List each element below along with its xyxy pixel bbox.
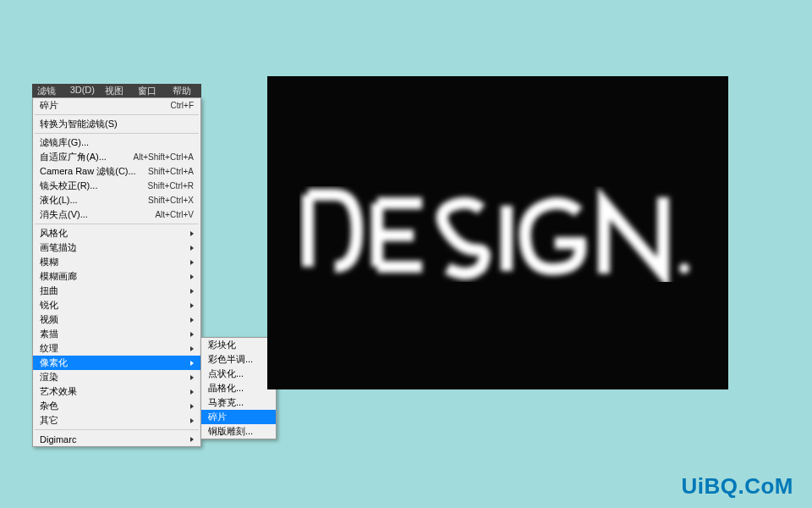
menu-shortcut: Shift+Ctrl+X xyxy=(148,196,194,205)
menu-camera-raw-filter[interactable]: Camera Raw 滤镜(C)... Shift+Ctrl+A xyxy=(33,164,200,179)
submenu-mezzotint[interactable]: 铜版雕刻... xyxy=(201,424,276,439)
menu-adaptive-wide-angle[interactable]: 自适应广角(A)... Alt+Shift+Ctrl+A xyxy=(33,150,200,164)
menu-shortcut: Ctrl+F xyxy=(171,101,195,110)
menu-window[interactable]: 窗口(W) xyxy=(133,84,167,97)
chevron-right-icon xyxy=(190,375,194,380)
submenu-crystallize[interactable]: 晶格化... xyxy=(201,381,276,395)
menu-shortcut: Shift+Ctrl+A xyxy=(148,167,194,176)
watermark-text: UiBQ.CoM xyxy=(681,473,793,500)
menu-help[interactable]: 帮助(H) xyxy=(167,84,201,97)
svg-point-0 xyxy=(679,263,689,273)
menu-label: 渲染 xyxy=(40,371,190,384)
menu-sketch[interactable]: 素描 xyxy=(33,327,200,341)
menu-shortcut: Shift+Ctrl+R xyxy=(148,181,194,190)
menu-convert-smart-filters[interactable]: 转换为智能滤镜(S) xyxy=(33,117,200,131)
menu-vanishing-point[interactable]: 消失点(V)... Alt+Ctrl+V xyxy=(33,207,200,222)
chevron-right-icon xyxy=(190,231,194,236)
menu-label: 碎片 xyxy=(208,411,269,423)
separator xyxy=(35,133,199,134)
separator xyxy=(35,224,199,224)
menu-distort[interactable]: 扭曲 xyxy=(33,284,200,298)
menu-shortcut: Alt+Shift+Ctrl+A xyxy=(134,152,194,162)
submenu-fragment[interactable]: 碎片 xyxy=(201,410,276,424)
menu-last-filter[interactable]: 碎片 Ctrl+F xyxy=(33,98,200,113)
chevron-right-icon xyxy=(190,289,194,294)
menu-noise[interactable]: 杂色 xyxy=(33,399,200,413)
menu-label: 碎片 xyxy=(40,99,171,112)
menu-label: 液化(L)... xyxy=(40,194,148,207)
chevron-right-icon xyxy=(190,361,194,366)
separator xyxy=(35,114,199,115)
design-text-graphic xyxy=(299,165,697,301)
menu-filter[interactable]: 滤镜(T) xyxy=(32,84,65,97)
menu-brush-strokes[interactable]: 画笔描边 xyxy=(33,240,200,255)
chevron-right-icon xyxy=(190,318,194,323)
menu-label: 锐化 xyxy=(40,299,190,312)
menu-label: 模糊 xyxy=(40,256,190,268)
menu-label: 彩块化 xyxy=(208,339,269,351)
menu-label: 点状化... xyxy=(208,367,269,380)
chevron-right-icon xyxy=(190,332,194,337)
menu-video[interactable]: 视频 xyxy=(33,312,200,327)
menu-3d[interactable]: 3D(D) xyxy=(65,84,100,97)
menu-label: 转换为智能滤镜(S) xyxy=(40,118,194,130)
submenu-pointillize[interactable]: 点状化... xyxy=(201,367,276,381)
menu-other[interactable]: 其它 xyxy=(33,413,200,428)
menu-label: 滤镜库(G)... xyxy=(40,136,194,149)
menubar: 滤镜(T) 3D(D) 视图(V) 窗口(W) 帮助(H) xyxy=(32,84,201,97)
menu-filter-gallery[interactable]: 滤镜库(G)... xyxy=(33,135,200,150)
chevron-right-icon xyxy=(190,418,194,423)
chevron-right-icon xyxy=(190,274,194,279)
menu-label: Camera Raw 滤镜(C)... xyxy=(40,165,148,178)
pixelate-submenu: 彩块化 彩色半调... 点状化... 晶格化... 马赛克... 碎片 铜版雕刻… xyxy=(200,337,277,439)
menu-label: 镜头校正(R)... xyxy=(40,179,148,192)
menu-label: 杂色 xyxy=(40,400,190,412)
menu-label: 铜版雕刻... xyxy=(208,425,269,438)
menu-shortcut: Alt+Ctrl+V xyxy=(155,210,194,219)
chevron-right-icon xyxy=(190,389,194,395)
menu-blur[interactable]: 模糊 xyxy=(33,255,200,269)
document-canvas xyxy=(267,76,728,389)
menu-label: 画笔描边 xyxy=(40,241,190,254)
submenu-facet[interactable]: 彩块化 xyxy=(201,338,276,352)
submenu-color-halftone[interactable]: 彩色半调... xyxy=(201,352,276,367)
filter-dropdown: 碎片 Ctrl+F 转换为智能滤镜(S) 滤镜库(G)... 自适应广角(A).… xyxy=(32,97,201,447)
menu-label: 马赛克... xyxy=(208,396,269,409)
submenu-mosaic[interactable]: 马赛克... xyxy=(201,395,276,410)
menu-sharpen[interactable]: 锐化 xyxy=(33,298,200,312)
menu-pixelate[interactable]: 像素化 xyxy=(33,356,200,370)
chevron-right-icon xyxy=(190,346,194,351)
separator xyxy=(35,429,199,430)
menu-liquify[interactable]: 液化(L)... Shift+Ctrl+X xyxy=(33,193,200,207)
menu-label: 纹理 xyxy=(40,342,190,355)
menu-label: 扭曲 xyxy=(40,284,190,297)
menu-lens-correction[interactable]: 镜头校正(R)... Shift+Ctrl+R xyxy=(33,179,200,193)
chevron-right-icon xyxy=(190,437,194,442)
menu-label: 视频 xyxy=(40,313,190,326)
menu-label: 素描 xyxy=(40,328,190,340)
menu-texture[interactable]: 纹理 xyxy=(33,341,200,356)
chevron-right-icon xyxy=(190,404,194,409)
menu-render[interactable]: 渲染 xyxy=(33,370,200,384)
menu-label: 其它 xyxy=(40,414,190,427)
menu-view[interactable]: 视图(V) xyxy=(100,84,133,97)
menu-label: 消失点(V)... xyxy=(40,208,155,221)
menu-label: 风格化 xyxy=(40,227,190,240)
menu-label: 模糊画廊 xyxy=(40,270,190,283)
menu-digimarc[interactable]: Digimarc xyxy=(33,432,200,446)
menu-label: 自适应广角(A)... xyxy=(40,151,134,163)
menu-label: 彩色半调... xyxy=(208,353,269,366)
menu-blur-gallery[interactable]: 模糊画廊 xyxy=(33,269,200,284)
menu-label: 像素化 xyxy=(40,356,190,369)
menu-label: Digimarc xyxy=(40,434,190,444)
menu-label: 晶格化... xyxy=(208,382,269,395)
menu-label: 艺术效果 xyxy=(40,385,190,398)
menu-artistic[interactable]: 艺术效果 xyxy=(33,384,200,399)
chevron-right-icon xyxy=(190,260,194,265)
menu-stylize[interactable]: 风格化 xyxy=(33,226,200,240)
chevron-right-icon xyxy=(190,246,194,251)
chevron-right-icon xyxy=(190,303,194,308)
